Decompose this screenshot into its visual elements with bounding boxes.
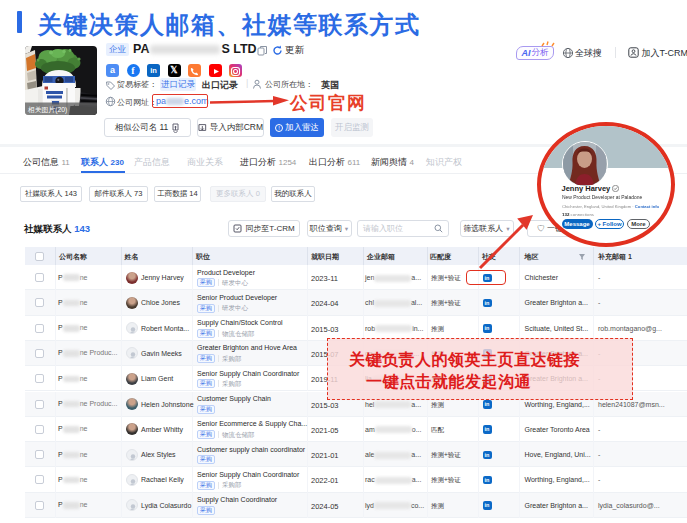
- svg-text:相关图片(20): 相关图片(20): [27, 106, 67, 114]
